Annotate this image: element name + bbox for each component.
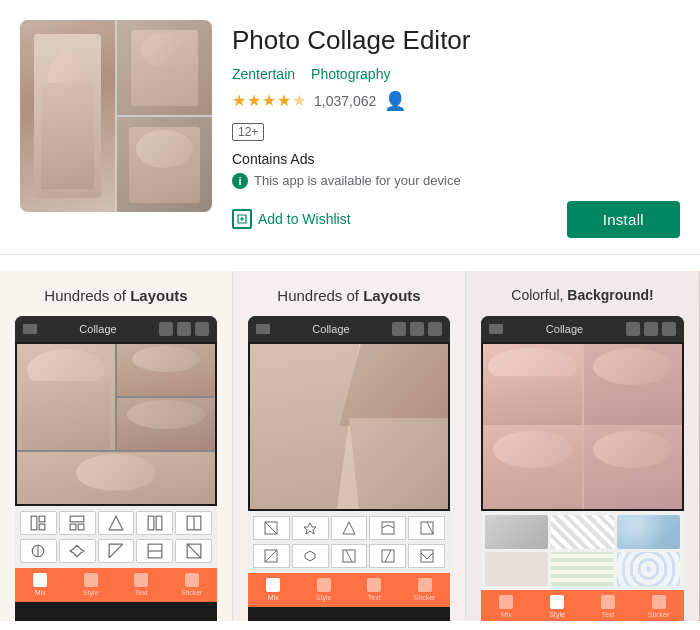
- ss2-tab-text-label: Text: [368, 594, 381, 601]
- svg-line-32: [385, 550, 391, 562]
- svg-rect-33: [421, 550, 433, 562]
- ss2-bottom-tabs: Mix Style Text Sticker: [248, 573, 450, 607]
- add-to-wishlist-button[interactable]: Add to Wishlist: [232, 209, 351, 229]
- ss3-swatch-3: [617, 515, 680, 549]
- wishlist-label: Add to Wishlist: [258, 211, 351, 227]
- ss2-layout-icon-9: [369, 544, 406, 568]
- screenshot-3: Colorful, Background! Collage: [466, 271, 699, 621]
- app-icon-cell-3: [117, 117, 212, 212]
- ss2-tab-sticker: Sticker: [400, 573, 451, 607]
- ss1-tab-mix: Mix: [15, 568, 66, 602]
- ss2-phone: Collage: [248, 316, 450, 621]
- app-category[interactable]: Photography: [311, 66, 390, 82]
- layout-icon-9: [136, 539, 173, 563]
- svg-line-18: [187, 544, 201, 558]
- ss1-tab-text-label: Text: [135, 589, 148, 596]
- ss3-cell-2: [584, 344, 683, 426]
- ss3-phone: Collage: [481, 316, 684, 621]
- ss2-save-icon: [428, 322, 442, 336]
- svg-rect-7: [148, 516, 154, 530]
- ss2-tab-mix-label: Mix: [268, 594, 279, 601]
- ss3-label: Colorful, Background!: [466, 287, 699, 303]
- ss1-tab-style: Style: [66, 568, 117, 602]
- sticker-icon: [185, 573, 199, 587]
- ss2-layout-icon-5: [408, 516, 445, 540]
- user-icon: 👤: [384, 90, 406, 112]
- ss2-tab-text: Text: [349, 573, 400, 607]
- text-icon: [134, 573, 148, 587]
- app-meta-row: Zentertain Photography: [232, 66, 680, 82]
- ss2-layout-icon-10: [408, 544, 445, 568]
- ss3-sticker-icon: [652, 595, 666, 609]
- ss2-layout-icon-6: [253, 544, 290, 568]
- ss3-shuffle-icon: [626, 322, 640, 336]
- app-icon-cell-1: [20, 20, 115, 212]
- layout-icon-3: [98, 511, 135, 535]
- screenshots-section: Hundreds of Layouts Collage: [0, 255, 700, 621]
- layout-icon-4: [136, 511, 173, 535]
- svg-rect-0: [32, 516, 38, 530]
- ss3-save-icon: [662, 322, 676, 336]
- age-badge: 12+: [232, 123, 264, 141]
- app-info: Photo Collage Editor Zentertain Photogra…: [232, 20, 680, 238]
- svg-rect-23: [382, 522, 394, 534]
- ss3-tab-text-label: Text: [601, 611, 614, 618]
- ss1-phone: Collage: [15, 316, 217, 621]
- ss1-phone-title: Collage: [41, 323, 155, 335]
- ss1-tab-sticker-label: Sticker: [181, 589, 202, 596]
- ss1-tab-text: Text: [116, 568, 167, 602]
- ss3-tab-mix-label: Mix: [501, 611, 512, 618]
- hamburger-icon: [23, 324, 37, 334]
- ss3-cell-3: [483, 427, 582, 509]
- contains-ads-label: Contains Ads: [232, 151, 680, 167]
- star-4: ★: [277, 91, 291, 110]
- svg-rect-8: [156, 516, 162, 530]
- ss2-layout-icon-4: [369, 516, 406, 540]
- ss2-layout-icon-8: [331, 544, 368, 568]
- ss3-style-icon: [550, 595, 564, 609]
- ss3-tab-style-label: Style: [549, 611, 565, 618]
- install-button[interactable]: Install: [567, 201, 680, 238]
- ss3-text-icon: [601, 595, 615, 609]
- mix-icon: [33, 573, 47, 587]
- rating-row: ★ ★ ★ ★ ★ 1,037,062 👤: [232, 90, 680, 112]
- ss3-cell-4: [584, 427, 683, 509]
- app-header: Photo Collage Editor Zentertain Photogra…: [0, 0, 700, 255]
- ss1-tab-style-label: Style: [83, 589, 99, 596]
- app-author[interactable]: Zentertain: [232, 66, 295, 82]
- ss3-tab-text: Text: [583, 590, 634, 621]
- ss1-cell-1: [17, 344, 115, 450]
- trash-icon: [177, 322, 191, 336]
- ss2-shuffle-icon: [392, 322, 406, 336]
- ss1-phone-icons: [159, 322, 209, 336]
- ss2-layout-icon-7: [292, 544, 329, 568]
- ss2-tab-mix: Mix: [248, 573, 299, 607]
- info-icon: i: [232, 173, 248, 189]
- ss3-swatch-2: [551, 515, 614, 549]
- ss3-swatch-5: [551, 552, 614, 586]
- ss2-layout-icons-row1: [251, 514, 447, 542]
- ss2-layout-icon-3: [331, 516, 368, 540]
- star-half: ★: [292, 91, 306, 110]
- app-title: Photo Collage Editor: [232, 24, 680, 58]
- ss3-swatch-4: [485, 552, 548, 586]
- ss2-phone-title: Collage: [274, 323, 388, 335]
- ss2-diagonal-collage: [250, 344, 448, 509]
- svg-rect-5: [78, 524, 84, 530]
- style-icon: [84, 573, 98, 587]
- ss3-collage-grid: [483, 344, 682, 509]
- svg-rect-4: [70, 524, 76, 530]
- ss1-collage-grid: [17, 344, 215, 504]
- ss3-hamburger-icon: [489, 324, 503, 334]
- ss3-swatch-6: [617, 552, 680, 586]
- svg-rect-1: [40, 516, 46, 522]
- ss3-phone-header: Collage: [481, 316, 684, 342]
- ss3-cell-1: [483, 344, 582, 426]
- save-icon: [195, 322, 209, 336]
- ss2-sticker-icon: [418, 578, 432, 592]
- app-icon: [20, 20, 212, 212]
- layout-icon-5: [175, 511, 212, 535]
- layout-icon-10: [175, 539, 212, 563]
- screenshots-container: Hundreds of Layouts Collage: [0, 271, 700, 621]
- svg-rect-3: [70, 516, 84, 522]
